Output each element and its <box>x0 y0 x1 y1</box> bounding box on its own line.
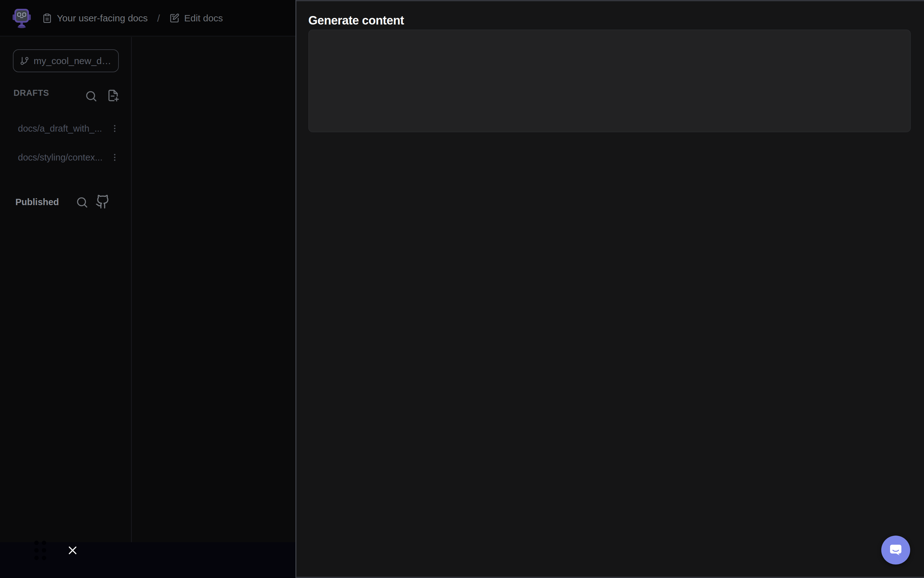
chat-bubble-icon <box>888 542 903 558</box>
generate-content-panel: Generate content <box>296 0 924 578</box>
chat-launcher-button[interactable] <box>881 536 910 565</box>
kebab-menu-icon[interactable] <box>110 124 119 133</box>
branch-name-label: my_cool_new_dra... <box>34 55 112 66</box>
git-branch-icon <box>20 56 29 66</box>
github-icon[interactable] <box>95 194 110 209</box>
breadcrumb-separator: / <box>157 13 160 24</box>
draft-list-item[interactable]: docs/styling/contex... <box>18 151 106 163</box>
breadcrumb-item-edit-docs[interactable]: Edit docs <box>169 13 223 24</box>
app-header: Your user-facing docs / Edit docs <box>0 0 296 36</box>
generate-content-input[interactable] <box>308 29 911 132</box>
breadcrumb: Your user-facing docs / Edit docs <box>42 0 223 36</box>
branch-selector-button[interactable]: my_cool_new_dra... <box>13 49 119 72</box>
kebab-menu-icon[interactable] <box>110 153 119 162</box>
file-edit-icon <box>169 13 179 23</box>
left-region: Your user-facing docs / Edit docs <box>0 0 296 578</box>
robot-logo <box>13 8 31 28</box>
close-icon[interactable] <box>67 545 78 556</box>
breadcrumb-item-docs[interactable]: Your user-facing docs <box>42 13 148 24</box>
search-icon[interactable] <box>76 196 88 209</box>
draft-list-item[interactable]: docs/a_draft_with_... <box>18 122 106 135</box>
search-icon[interactable] <box>85 90 98 102</box>
sidebar: my_cool_new_dra... DRAFTS docs/a_draft_w… <box>0 37 132 542</box>
breadcrumb-label: Your user-facing docs <box>57 13 148 24</box>
breadcrumb-label: Edit docs <box>184 13 223 24</box>
file-plus-icon[interactable] <box>107 89 120 102</box>
drafts-section-title: DRAFTS <box>13 87 49 99</box>
published-section-title: Published <box>15 196 59 208</box>
page-title: Generate content <box>308 14 404 27</box>
drag-dots-icon[interactable] <box>33 540 48 561</box>
clipboard-icon <box>42 13 52 23</box>
